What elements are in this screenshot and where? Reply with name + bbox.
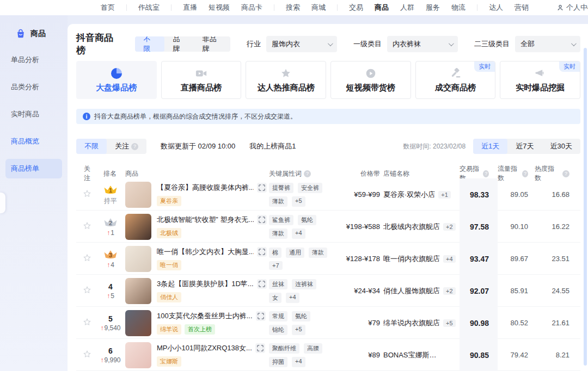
brand-filter-nonbrand[interactable]: 非品牌 bbox=[194, 36, 230, 52]
expand-icon[interactable] bbox=[256, 311, 266, 321]
category-l1-select-group: 一级类目 内衣裤袜 bbox=[353, 36, 458, 52]
sidebar-item-active[interactable]: 商品榜单 bbox=[5, 159, 62, 178]
shop-cell: 绵羊说内衣旗舰店+5 bbox=[383, 318, 460, 328]
product-name[interactable]: 【夏谷亲】高腰收腹美体内裤... bbox=[157, 183, 254, 193]
scope-filter-followed[interactable]: 关注 ? bbox=[107, 139, 146, 154]
nav-item[interactable]: 搜索 bbox=[286, 3, 300, 13]
follow-star-icon[interactable] bbox=[83, 286, 91, 296]
tab-card-active[interactable]: 大盘爆品榜 bbox=[76, 61, 157, 99]
rank-change: ↑9,990 bbox=[100, 356, 120, 364]
attr-tag: 棉 bbox=[269, 248, 281, 258]
tab-card[interactable]: 实时爆品挖掘实时 bbox=[500, 61, 580, 99]
my-products-link[interactable]: 我的上榜商品1 bbox=[249, 141, 296, 151]
tab-card[interactable]: 直播商品榜 bbox=[161, 61, 242, 99]
heat-index: 23.51 bbox=[535, 255, 580, 263]
nav-item[interactable]: 直播 bbox=[183, 3, 197, 13]
brand-tag: 北极绒 bbox=[157, 228, 181, 238]
nav-item[interactable]: 营销 bbox=[514, 3, 529, 13]
col-attrs-label: 关键属性词 bbox=[269, 169, 302, 178]
sidebar-item[interactable]: 单品分析 bbox=[5, 50, 62, 70]
nav-item[interactable]: 交易 bbox=[349, 3, 363, 13]
nav-item[interactable]: 商品卡 bbox=[241, 3, 262, 13]
product-name[interactable]: MP小小101同款ZXRQ138女... bbox=[157, 343, 252, 353]
shop-name: 俏佳人服饰旗舰店 bbox=[383, 286, 440, 296]
help-icon[interactable]: ? bbox=[131, 143, 138, 150]
nav-item[interactable]: 物流 bbox=[451, 3, 465, 13]
rank-change: ↑5 bbox=[107, 292, 114, 300]
expand-icon[interactable] bbox=[257, 279, 267, 289]
nav-item[interactable]: 服务 bbox=[426, 3, 440, 13]
product-name[interactable]: 3条起【面膜美肤护肤】1D苹... bbox=[157, 279, 254, 289]
star-icon bbox=[280, 67, 291, 79]
nav-divider bbox=[171, 4, 171, 11]
expand-icon[interactable] bbox=[257, 183, 267, 193]
shop-cell: 北极绒内衣旗舰店+2 bbox=[383, 222, 460, 232]
product-name-row: MP小小101同款ZXRQ138女... bbox=[157, 343, 269, 353]
category-l23-select[interactable]: 全部 bbox=[515, 36, 580, 52]
attrs-cell: 聚酯纤维高腰抑菌+4 bbox=[269, 343, 343, 367]
product-info: 唯一俏【韩少文内衣】大胸显...唯一俏 bbox=[157, 247, 269, 270]
shop-name: BONAS宝娜斯投... bbox=[383, 350, 442, 360]
attr-tag-line: 鲨鱼裤氨纶 bbox=[269, 215, 316, 225]
product-cell: 【夏谷亲】高腰收腹美体内裤...夏谷亲 bbox=[125, 182, 269, 208]
range-30day[interactable]: 近30天 bbox=[542, 139, 580, 154]
attr-tag: +4 bbox=[286, 293, 299, 303]
expand-icon[interactable] bbox=[255, 343, 265, 353]
nav-item[interactable]: 作战室 bbox=[138, 3, 160, 13]
expand-icon[interactable] bbox=[257, 247, 267, 257]
industry-select[interactable]: 服饰内衣 bbox=[266, 36, 337, 52]
attrs-cell: 棉通用薄款+7 bbox=[269, 248, 343, 270]
price-range: ¥198-¥588 bbox=[343, 222, 383, 231]
attr-tag: 丝袜 bbox=[269, 279, 287, 289]
brand-filter-all[interactable]: 不限 bbox=[135, 36, 164, 52]
product-name[interactable]: 北极绒智能“软收塑” 塑身衣无... bbox=[157, 215, 254, 225]
product-image bbox=[125, 246, 151, 272]
col-heat-label: 热度指数 bbox=[535, 164, 560, 183]
nav-item[interactable]: 首页 bbox=[101, 3, 115, 13]
scope-filter-all[interactable]: 不限 bbox=[76, 139, 107, 154]
chevron-down-icon bbox=[449, 41, 454, 46]
nav-item[interactable]: 商城 bbox=[311, 3, 326, 13]
product-info: 北极绒智能“软收塑” 塑身衣无...北极绒 bbox=[157, 215, 269, 238]
user-menu[interactable]: 个人中心 bbox=[556, 0, 588, 15]
product-name[interactable]: 唯一俏【韩少文内衣】大胸显... bbox=[157, 247, 254, 257]
product-badges: 宝娜斯 bbox=[157, 356, 269, 367]
price-range: ¥128-¥178 bbox=[343, 255, 383, 263]
category-l1-select[interactable]: 内衣裤袜 bbox=[387, 36, 458, 52]
scrollbar-thumb[interactable] bbox=[584, 48, 587, 366]
shop-name: 唯一俏内衣旗舰店 bbox=[383, 254, 440, 264]
help-icon[interactable]: ? bbox=[522, 170, 528, 177]
attr-tag: 薄款 bbox=[309, 248, 327, 258]
sidebar-item[interactable]: 商品概览 bbox=[5, 132, 62, 151]
help-icon[interactable]: ? bbox=[562, 170, 569, 177]
sidebar-item[interactable]: 实时商品 bbox=[5, 104, 62, 124]
sidebar-menu: 单品分析品类分析实时商品商品概览商品榜单 bbox=[0, 50, 68, 178]
product-name[interactable]: 100支莫代尔桑蚕丝男士内裤... bbox=[157, 311, 253, 321]
attr-tag-line: 锦纶+5 bbox=[269, 325, 305, 335]
sidebar-collapse-handle[interactable] bbox=[0, 193, 5, 213]
follow-star-icon[interactable] bbox=[83, 221, 91, 232]
range-7day[interactable]: 近7天 bbox=[507, 139, 542, 154]
nav-item[interactable]: 短视频 bbox=[209, 3, 230, 13]
realtime-badge: 实时 bbox=[559, 61, 580, 72]
follow-star-icon[interactable] bbox=[83, 189, 91, 200]
nav-item-active[interactable]: 商品 bbox=[375, 3, 389, 13]
shop-cell: BONAS宝娜斯投... bbox=[383, 350, 460, 360]
follow-star-icon[interactable] bbox=[83, 253, 91, 264]
tab-card[interactable]: 短视频带货榜 bbox=[330, 61, 411, 99]
follow-star-icon[interactable] bbox=[83, 350, 91, 361]
help-icon[interactable]: ? bbox=[483, 170, 489, 177]
help-icon[interactable]: ? bbox=[304, 170, 311, 177]
traffic-index: 90.10 bbox=[498, 222, 535, 231]
follow-star-icon[interactable] bbox=[83, 318, 91, 329]
brand-filter-brand[interactable]: 品牌 bbox=[164, 36, 194, 52]
sidebar-item[interactable]: 品类分析 bbox=[5, 77, 62, 97]
tab-card[interactable]: 达人热推商品榜 bbox=[246, 61, 326, 99]
tab-card[interactable]: 成交商品榜实时 bbox=[415, 61, 496, 99]
attr-tag: +5 bbox=[292, 196, 305, 207]
nav-item[interactable]: 达人 bbox=[489, 3, 503, 13]
range-1day[interactable]: 近1天 bbox=[473, 139, 507, 154]
brand-tag: 俏佳人 bbox=[157, 292, 181, 302]
nav-item[interactable]: 人群 bbox=[400, 3, 414, 13]
expand-icon[interactable] bbox=[257, 215, 267, 225]
